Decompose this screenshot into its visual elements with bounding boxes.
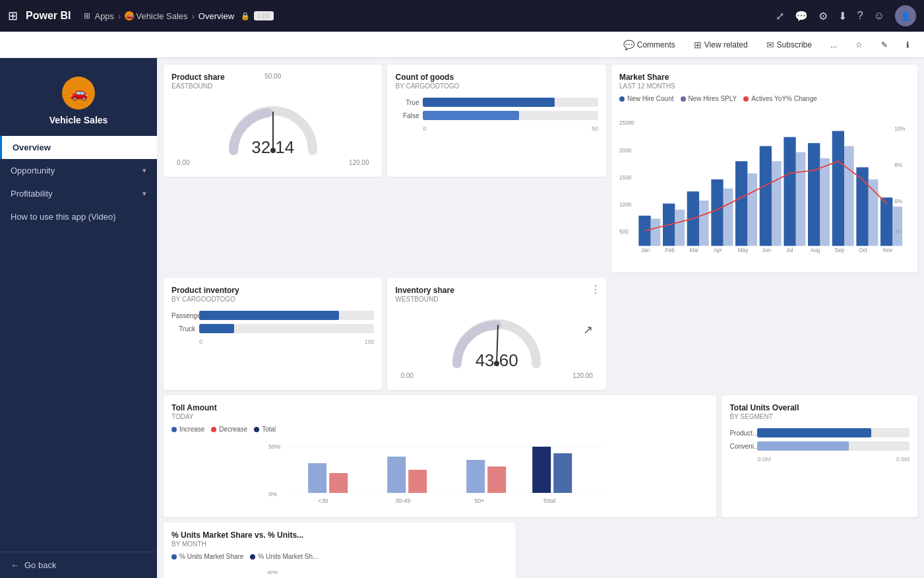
true-bar-fill xyxy=(423,98,554,107)
svg-text:6%: 6% xyxy=(894,199,903,205)
top-navigation: ⊞ Power BI ⊞ Apps › 🚗 Vehicle Sales › Ov… xyxy=(0,0,924,32)
sidebar-item-overview[interactable]: Overview xyxy=(0,136,157,159)
conveni-bar: Conveni... xyxy=(729,441,909,451)
svg-text:0%: 0% xyxy=(268,491,277,498)
svg-text:8%: 8% xyxy=(894,162,903,168)
gauge-labels: 0.00 50.00 120.00 xyxy=(171,159,374,166)
svg-text:50%: 50% xyxy=(268,443,280,450)
dashboard-content: Product share EASTBOUND 32.14 0.00 xyxy=(157,58,924,578)
edit-button[interactable]: ✎ xyxy=(877,38,892,52)
true-label: True xyxy=(395,99,419,106)
false-bar-track xyxy=(423,111,598,120)
product-track xyxy=(757,428,909,437)
total-units-subtitle: BY SEGMENT xyxy=(729,413,909,420)
truck-fill xyxy=(199,324,234,333)
chevron-down-icon: ▾ xyxy=(142,189,146,198)
sidebar: 🚗 Vehicle Sales Overview Opportunity ▾ P… xyxy=(0,58,157,578)
inventory-share-gauge: 43.60 0.00 120.00 xyxy=(395,308,598,382)
main-layout: 🚗 Vehicle Sales Overview Opportunity ▾ P… xyxy=(0,58,924,578)
comments-button[interactable]: 💬 Comments xyxy=(619,37,679,53)
info-button[interactable]: ℹ xyxy=(902,38,913,52)
gauge-min: 0.00 xyxy=(177,159,189,166)
secondary-toolbar: 💬 Comments ⊞ View related ✉ Subscribe ..… xyxy=(0,32,924,58)
user-avatar[interactable]: 👤 xyxy=(895,5,916,26)
go-back-button[interactable]: ← Go back xyxy=(11,560,146,570)
svg-rect-57 xyxy=(553,453,572,493)
expand-icon[interactable]: ⤢ xyxy=(776,10,784,22)
svg-rect-24 xyxy=(699,201,709,246)
conveni-track xyxy=(757,441,909,451)
legend-increase: Increase xyxy=(171,426,204,433)
grid-icon[interactable]: ⊞ xyxy=(8,9,18,23)
product-inventory-card: Product inventory BY CARGOODTOGO Passeng… xyxy=(164,278,382,390)
sidebar-bottom: ← Go back xyxy=(0,552,157,578)
legend-dot-actives xyxy=(743,96,749,102)
cursor-indicator: ↗ xyxy=(583,323,593,337)
comment-nav-icon[interactable]: 💬 xyxy=(795,10,808,22)
product-label: Product... xyxy=(729,430,753,437)
svg-text:Aug: Aug xyxy=(811,247,820,253)
svg-text:Jun: Jun xyxy=(762,247,771,253)
sidebar-item-opportunity[interactable]: Opportunity ▾ xyxy=(0,159,157,182)
gauge-value: 32.14 xyxy=(251,137,294,158)
svg-text:500: 500 xyxy=(619,229,629,235)
dashboard-row1: Product share EASTBOUND 32.14 0.00 xyxy=(164,65,917,273)
dot-pct-units xyxy=(171,554,177,560)
svg-rect-31 xyxy=(869,179,878,246)
svg-rect-27 xyxy=(772,161,782,245)
vehicle-sales-nav[interactable]: 🚗 Vehicle Sales xyxy=(125,11,187,21)
market-share-chart-svg: 25000 2000 1500 1000 500 10% 8% 6% 4% xyxy=(619,106,909,265)
svg-text:50+: 50+ xyxy=(474,498,484,504)
total-units-axis: 0.0M 0.5M xyxy=(729,455,909,463)
market-share-legend: New Hire Count New Hires SPLY Actives Yo… xyxy=(619,95,909,102)
dashboard-row2: Product inventory BY CARGOODTOGO Passeng… xyxy=(164,278,917,390)
card-menu-button[interactable]: ⋮ xyxy=(590,283,601,296)
overview-nav[interactable]: Overview xyxy=(199,11,234,21)
product-share-card: Product share EASTBOUND 32.14 0.00 xyxy=(164,65,382,177)
settings-nav-icon[interactable]: ⚙ xyxy=(818,10,828,22)
svg-text:Oct: Oct xyxy=(859,247,868,253)
sidebar-nav: Overview Opportunity ▾ Profitability ▾ H… xyxy=(0,136,157,552)
comment-icon: 💬 xyxy=(623,40,634,50)
toll-amount-card: Toll Amount TODAY Increase Decrease Tota… xyxy=(164,395,716,517)
sidebar-logo-area: 🚗 Vehicle Sales xyxy=(0,69,157,136)
download-nav-icon[interactable]: ⬇ xyxy=(838,10,847,22)
svg-text:<30: <30 xyxy=(318,498,328,504)
sidebar-item-profitability[interactable]: Profitability ▾ xyxy=(0,182,157,205)
help-nav-icon[interactable]: ? xyxy=(857,10,863,22)
apps-label[interactable]: Apps xyxy=(94,11,114,21)
svg-rect-15 xyxy=(735,161,747,245)
svg-rect-51 xyxy=(329,473,348,493)
market-share-subtitle: LAST 12 MONTHS xyxy=(619,82,909,90)
mail-icon: ✉ xyxy=(766,40,774,50)
favorite-button[interactable]: ☆ xyxy=(851,38,867,52)
product-share-subtitle: EASTBOUND xyxy=(171,82,374,90)
count-of-goods-chart: True False 0 50 xyxy=(395,95,598,135)
chevron-down-icon: ▾ xyxy=(142,166,146,175)
face-nav-icon[interactable]: ☺ xyxy=(874,10,884,22)
svg-text:1500: 1500 xyxy=(619,175,632,181)
inventory-share-card: ⋮ Inventory share WESTBOUND 43.60 0.00 1… xyxy=(387,278,605,390)
legend-new-hire: New Hire Count xyxy=(619,95,674,102)
svg-rect-21 xyxy=(880,197,892,245)
truck-label: Truck xyxy=(171,325,195,333)
view-related-button[interactable]: ⊞ View related xyxy=(690,37,752,53)
svg-rect-18 xyxy=(808,143,820,246)
units-market-title: % Units Market Share vs. % Units... xyxy=(171,530,508,540)
svg-rect-55 xyxy=(487,466,506,493)
svg-text:Jan: Jan xyxy=(641,247,650,253)
apps-icon: ⊞ xyxy=(84,11,90,20)
nav-icon-group: ⤢ 💬 ⚙ ⬇ ? ☺ 👤 xyxy=(776,5,916,26)
toll-amount-title: Toll Amount xyxy=(171,403,708,412)
svg-rect-23 xyxy=(675,210,685,246)
legend-pct-units2: % Units Market Sh... xyxy=(250,553,318,560)
subscribe-button[interactable]: ✉ Subscribe xyxy=(762,37,816,53)
svg-text:Mar: Mar xyxy=(689,247,698,253)
passenger-bar: Passenger xyxy=(171,311,374,320)
count-of-goods-subtitle: BY CARGOODTOGO xyxy=(395,82,598,90)
false-bar-fill xyxy=(423,111,519,120)
more-button[interactable]: ... xyxy=(826,38,841,52)
svg-rect-16 xyxy=(760,146,772,245)
truck-track xyxy=(199,324,374,333)
sidebar-item-howto[interactable]: How to use this app (Video) xyxy=(0,205,157,228)
